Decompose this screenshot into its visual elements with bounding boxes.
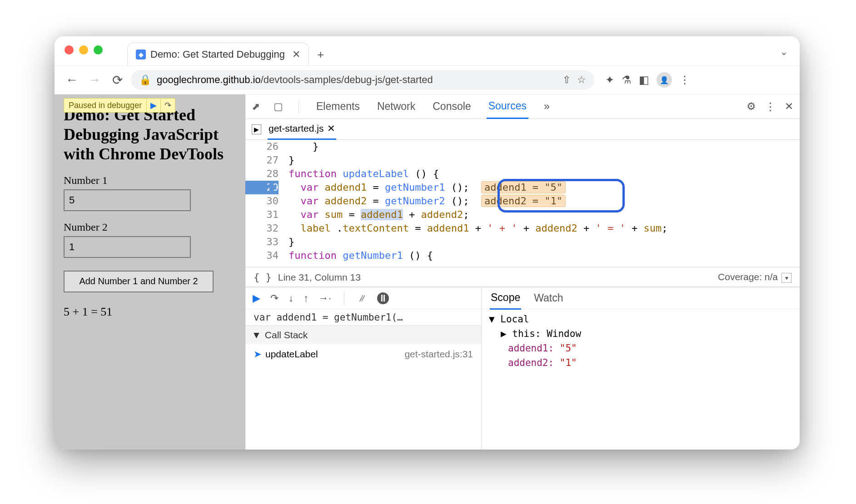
browser-tab[interactable]: ◆ Demo: Get Started Debugging ✕ [127, 43, 309, 65]
devtools-panel: ⬈ ▢ Elements Network Console Sources » ⚙… [245, 94, 800, 450]
window-maximize[interactable] [94, 45, 103, 54]
reload-button[interactable]: ⟳ [108, 73, 126, 88]
chrome-menu-icon[interactable]: ⋮ [679, 74, 690, 86]
pretty-print-icon[interactable]: { } [254, 272, 272, 283]
extensions-icon[interactable]: ✦ [605, 74, 614, 86]
current-frame-icon: ➤ [254, 349, 262, 360]
share-icon[interactable]: ⇧ [562, 74, 571, 86]
address-bar[interactable]: 🔒 googlechrome.github.io/devtools-sample… [131, 70, 594, 90]
label-number1: Number 1 [64, 174, 236, 187]
cursor-position: Line 31, Column 13 [278, 272, 361, 282]
add-button[interactable]: Add Number 1 and Number 2 [64, 271, 214, 292]
resume-icon[interactable]: ▶ [146, 99, 160, 112]
tab-sources[interactable]: Sources [487, 94, 528, 119]
bookmark-icon[interactable]: ☆ [577, 74, 586, 86]
step-into-button[interactable]: ↓ [289, 292, 294, 304]
inspect-icon[interactable]: ⬈ [252, 101, 260, 113]
browser-tabstrip: ◆ Demo: Get Started Debugging ✕ + ⌄ [55, 36, 800, 65]
code-editor[interactable]: 262728293031323334 }}function updateLabe… [245, 140, 800, 267]
callstack-header[interactable]: ▼ Call Stack [245, 326, 481, 344]
tab-title: Demo: Get Started Debugging [150, 49, 285, 60]
file-name: get-started.js [269, 123, 323, 134]
page-heading: Demo: Get Started Debugging JavaScript w… [64, 105, 236, 164]
step-over-icon[interactable]: ↷ [160, 99, 175, 112]
frame-location: get-started.js:31 [404, 349, 473, 360]
tab-network[interactable]: Network [375, 95, 417, 118]
close-tab-icon[interactable]: ✕ [292, 49, 300, 60]
deactivate-breakpoints-button[interactable]: ⫽ [357, 292, 367, 304]
result-text: 5 + 1 = 51 [64, 305, 236, 319]
paused-text: Paused in debugger [64, 99, 146, 112]
stack-frame[interactable]: ➤updateLabel get-started.js:31 [245, 344, 481, 364]
close-devtools-icon[interactable]: ✕ [785, 100, 793, 113]
window-minimize[interactable] [79, 45, 88, 54]
breakpoint-snippet: var addend1 = getNumber1(… [245, 309, 481, 326]
scope-local: Local [500, 314, 529, 325]
lock-icon: 🔒 [139, 74, 151, 86]
step-button[interactable]: →· [319, 292, 331, 304]
close-file-icon[interactable]: ✕ [327, 123, 335, 134]
input-number1[interactable] [64, 189, 191, 211]
tab-scope[interactable]: Scope [490, 287, 521, 310]
back-button[interactable]: ← [63, 73, 81, 87]
scope-tree[interactable]: ▼ Local ▶ this: Window addend1: "5" adde… [482, 309, 800, 373]
page-content: Paused in debugger ▶ ↷ Demo: Get Started… [55, 94, 245, 450]
favicon: ◆ [136, 49, 146, 59]
browser-toolbar: ← → ⟳ 🔒 googlechrome.github.io/devtools-… [55, 65, 800, 94]
forward-button[interactable]: → [85, 73, 104, 87]
file-tab[interactable]: get-started.js ✕ [268, 119, 336, 140]
tab-watch[interactable]: Watch [534, 292, 563, 304]
resume-button[interactable]: ▶ [253, 292, 260, 304]
tab-console[interactable]: Console [431, 95, 473, 118]
step-out-button[interactable]: ↑ [304, 292, 309, 304]
more-tabs-icon[interactable]: » [542, 95, 552, 118]
devtools-menu-icon[interactable]: ⋮ [765, 100, 776, 113]
input-number2[interactable] [64, 236, 191, 258]
settings-icon[interactable]: ⚙ [747, 100, 756, 113]
url-path: /devtools-samples/debug-js/get-started [261, 74, 433, 85]
coverage-label: Coverage: n/a [718, 272, 778, 282]
step-over-button[interactable]: ↷ [270, 292, 279, 304]
pause-exceptions-button[interactable]: ⏸ [377, 292, 389, 304]
collapse-icon[interactable]: ▾ [781, 273, 791, 283]
paused-banner: Paused in debugger ▶ ↷ [64, 98, 175, 113]
label-number2: Number 2 [64, 221, 236, 233]
frame-name: updateLabel [265, 349, 318, 360]
new-tab-button[interactable]: + [317, 48, 324, 65]
labs-icon[interactable]: ⚗ [622, 74, 632, 86]
url-host: googlechrome.github.io [157, 74, 261, 85]
navigator-toggle-icon[interactable]: ▶ [252, 124, 261, 134]
device-toggle-icon[interactable]: ▢ [274, 101, 283, 113]
profile-avatar[interactable]: 👤 [657, 72, 672, 88]
sidepanel-icon[interactable]: ◧ [639, 74, 649, 86]
window-close[interactable] [65, 45, 74, 54]
tabs-dropdown-icon[interactable]: ⌄ [780, 46, 788, 57]
tab-elements[interactable]: Elements [314, 95, 362, 118]
